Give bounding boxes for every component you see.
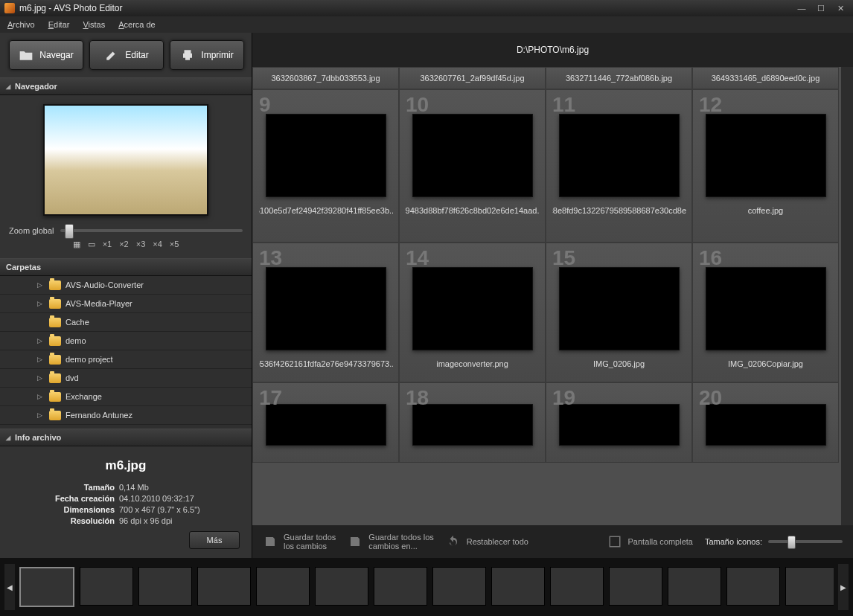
folder-item[interactable]: ▷Fernando Antunez bbox=[0, 406, 252, 425]
icon-size-thumb[interactable] bbox=[787, 536, 796, 549]
maximize-button[interactable]: ☐ bbox=[813, 3, 829, 13]
filmstrip-thumb[interactable] bbox=[315, 567, 368, 606]
browse-button[interactable]: Navegar bbox=[9, 40, 83, 70]
expand-icon[interactable]: ▷ bbox=[37, 356, 45, 363]
expand-icon[interactable]: ▷ bbox=[37, 300, 45, 307]
fullscreen-button[interactable]: Pantalla completa bbox=[607, 535, 693, 548]
menu-views[interactable]: Vistas bbox=[83, 20, 105, 29]
zoom-x4[interactable]: ×4 bbox=[153, 240, 162, 249]
filmstrip-prev-button[interactable]: ◀ bbox=[4, 564, 15, 610]
res-value: 96 dpi x 96 dpi bbox=[119, 516, 173, 527]
thumbnail-cell[interactable]: 12coffee.jpg bbox=[692, 89, 839, 243]
filmstrip-next-button[interactable]: ▶ bbox=[838, 564, 849, 610]
folder-item[interactable]: ▷Exchange bbox=[0, 388, 252, 406]
edit-button[interactable]: Editar bbox=[89, 40, 164, 70]
zoom-fit-icon[interactable]: ▭ bbox=[88, 240, 95, 249]
expand-icon[interactable]: ▷ bbox=[37, 337, 45, 344]
thumbnail-image[interactable] bbox=[412, 114, 533, 197]
folder-item[interactable]: ▷demo project bbox=[0, 350, 252, 369]
browse-label: Navegar bbox=[39, 50, 73, 60]
filmstrip-thumb[interactable] bbox=[374, 567, 427, 606]
folder-item[interactable]: ▷AVS-Media-Player bbox=[0, 295, 252, 313]
thumbnail-cell[interactable]: 1069483d88bf78f626c8bd02e6de14aad... bbox=[399, 89, 546, 243]
zoom-x1[interactable]: ×1 bbox=[103, 240, 112, 249]
folders-header[interactable]: Carpetas bbox=[0, 258, 252, 276]
folder-item[interactable]: ▷dvd bbox=[0, 369, 252, 388]
menu-about[interactable]: Acerca de bbox=[118, 20, 156, 29]
thumbnail-grid[interactable]: 3632603867_7dbb033553.jpg3632607761_2af9… bbox=[252, 67, 841, 525]
filmstrip-thumb[interactable] bbox=[609, 567, 662, 606]
more-button[interactable]: Más bbox=[189, 531, 240, 549]
thumbnail-image[interactable] bbox=[412, 267, 533, 350]
minimize-button[interactable]: — bbox=[793, 3, 810, 13]
dims-label: Dimensiones bbox=[12, 504, 115, 516]
thumbnail-cell[interactable]: 15IMG_0206.jpg bbox=[546, 243, 692, 382]
thumbnail-image[interactable] bbox=[559, 267, 680, 350]
thumbnail-image[interactable] bbox=[706, 404, 826, 446]
filmstrip-thumb[interactable] bbox=[550, 567, 604, 606]
zoom-x2[interactable]: ×2 bbox=[119, 240, 129, 249]
expand-icon[interactable]: ▷ bbox=[37, 374, 45, 382]
thumbnail-image[interactable] bbox=[706, 267, 826, 350]
filmstrip-thumb[interactable] bbox=[80, 567, 133, 606]
folder-item[interactable]: ▷AVS-Audio-Converter bbox=[0, 276, 252, 295]
thumbnail-cell[interactable]: 16IMG_0206Copiar.jpg bbox=[692, 243, 839, 382]
filmstrip-thumb[interactable] bbox=[726, 567, 780, 606]
thumbnail-cell[interactable]: 19 bbox=[546, 382, 692, 463]
fileinfo-header[interactable]: ◢Info archivo bbox=[0, 429, 252, 446]
expand-icon[interactable]: ▷ bbox=[37, 281, 45, 289]
thumbnail-cell[interactable]: 20 bbox=[692, 382, 839, 463]
save-all-as-button[interactable]: Guardar todos loscambios en... bbox=[348, 533, 433, 551]
filmstrip-thumb[interactable] bbox=[197, 567, 251, 606]
thumbnail-cell[interactable]: 11cc8e8fd9c1322679589588687e30cd8e... bbox=[546, 89, 692, 243]
folder-item[interactable]: ▷demo bbox=[0, 332, 252, 350]
icon-size-slider[interactable] bbox=[768, 540, 843, 543]
titlebar[interactable]: m6.jpg - AVS Photo Editor — ☐ ✕ bbox=[0, 0, 853, 16]
filmstrip-thumb[interactable] bbox=[668, 567, 721, 606]
res-label: Resolución bbox=[12, 516, 115, 527]
filmstrip-thumb[interactable] bbox=[432, 567, 486, 606]
filmstrip-thumb[interactable] bbox=[491, 567, 545, 606]
zoom-grid-icon[interactable]: ▦ bbox=[73, 240, 80, 249]
filmstrip-thumb[interactable] bbox=[256, 567, 310, 606]
thumbnail-image[interactable] bbox=[266, 114, 386, 197]
expand-icon[interactable]: ▷ bbox=[37, 411, 45, 419]
thumbnail-image[interactable] bbox=[559, 114, 680, 197]
zoom-x5[interactable]: ×5 bbox=[170, 240, 179, 249]
folder-item[interactable]: Cache bbox=[0, 313, 252, 332]
navigator-header[interactable]: ◢Navegador bbox=[0, 77, 252, 95]
filmstrip-thumb[interactable] bbox=[138, 567, 192, 606]
thumbnail-image[interactable] bbox=[559, 404, 680, 446]
menu-file[interactable]: Archivo bbox=[7, 20, 35, 29]
expand-icon[interactable]: ▷ bbox=[37, 393, 45, 400]
cell-number: 11 bbox=[552, 93, 575, 117]
header-caption: 3632607761_2af99df45d.jpg bbox=[406, 68, 540, 89]
filmstrip-thumb[interactable] bbox=[785, 567, 834, 606]
thumbnail-cell[interactable]: 95100e5d7ef24942f39280f41ff85ee3b... bbox=[252, 89, 399, 243]
thumbnail-cell[interactable]: 17 bbox=[252, 382, 399, 463]
thumbnail-image[interactable] bbox=[412, 404, 533, 446]
save-all-button[interactable]: Guardar todoslos cambios bbox=[263, 533, 336, 551]
vertical-scrollbar[interactable] bbox=[841, 67, 853, 525]
thumbnail-cell[interactable]: 13e536f4262161fdfa2e76e9473379673... bbox=[252, 243, 399, 382]
cell-number: 16 bbox=[699, 246, 722, 270]
thumbnail-image[interactable] bbox=[266, 267, 386, 350]
menu-edit[interactable]: Editar bbox=[48, 20, 70, 29]
thumbnail-cell[interactable]: 18 bbox=[399, 382, 546, 463]
preview-image[interactable] bbox=[43, 104, 208, 216]
filmstrip-strip[interactable] bbox=[19, 567, 834, 607]
zoom-thumb[interactable] bbox=[65, 224, 74, 239]
reset-button[interactable]: Restablecer todo bbox=[446, 535, 528, 548]
folder-tree[interactable]: ▷AVS-Audio-Converter▷AVS-Media-PlayerCac… bbox=[0, 276, 252, 429]
zoom-x3[interactable]: ×3 bbox=[136, 240, 146, 249]
thumbnail-image[interactable] bbox=[706, 114, 826, 197]
thumbnail-cell[interactable]: 14imageconverter.png bbox=[399, 243, 546, 382]
save-all-label: Guardar todoslos cambios bbox=[284, 533, 336, 551]
folder-icon bbox=[49, 299, 61, 309]
folder-name: Exchange bbox=[66, 392, 102, 401]
close-button[interactable]: ✕ bbox=[832, 3, 849, 13]
print-button[interactable]: Imprimir bbox=[170, 40, 244, 70]
zoom-slider[interactable] bbox=[60, 229, 243, 232]
filmstrip-thumb[interactable] bbox=[19, 567, 74, 607]
thumbnail-image[interactable] bbox=[266, 404, 386, 446]
